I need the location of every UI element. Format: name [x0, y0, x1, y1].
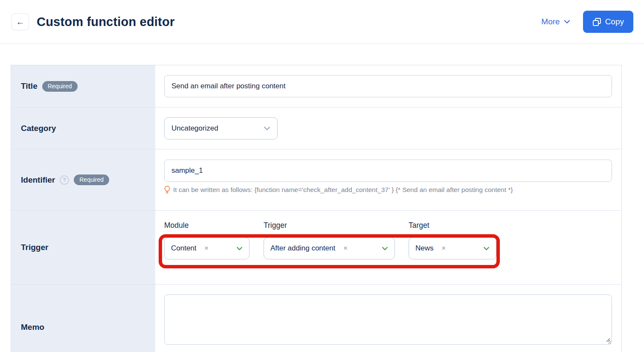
- copy-icon: [592, 17, 601, 26]
- help-question-icon[interactable]: ?: [60, 175, 69, 185]
- trigger-column: Trigger After adding content ×: [264, 221, 395, 259]
- memo-label: Memo: [21, 323, 44, 332]
- remove-tag-icon[interactable]: ×: [205, 245, 209, 252]
- module-selected-value: Content: [171, 244, 197, 253]
- chevron-down-icon: [264, 126, 270, 131]
- target-column: Target News ×: [409, 221, 496, 259]
- lightbulb-icon: [164, 186, 170, 194]
- title-input[interactable]: [164, 75, 612, 97]
- more-menu-button[interactable]: More: [541, 17, 570, 26]
- required-badge: Required: [74, 175, 109, 185]
- module-column: Module Content ×: [164, 221, 249, 259]
- page-title: Custom function editor: [37, 15, 174, 29]
- trigger-column-label: Trigger: [264, 221, 395, 230]
- category-row: Category Uncategorized: [11, 108, 621, 149]
- back-button[interactable]: ←: [12, 13, 29, 30]
- identifier-field-cell: It can be written as follows: {function …: [155, 149, 621, 210]
- identifier-row: Identifier ? Required It can be written …: [11, 149, 621, 211]
- category-select[interactable]: Uncategorized: [164, 117, 278, 140]
- title-label-cell: Title Required: [11, 65, 155, 107]
- target-column-label: Target: [409, 221, 496, 230]
- title-label: Title: [21, 81, 38, 91]
- memo-field-cell: [155, 285, 621, 352]
- more-label: More: [541, 17, 560, 26]
- chevron-down-icon: [382, 247, 388, 250]
- identifier-hint-text: It can be written as follows: {function …: [173, 186, 513, 194]
- category-label-cell: Category: [11, 108, 155, 149]
- chevron-down-icon: [236, 247, 243, 250]
- header-actions: More Copy: [541, 11, 633, 33]
- trigger-field-cell: Module Content × Trigger After adding co…: [155, 211, 621, 284]
- module-column-label: Module: [164, 221, 249, 230]
- target-selected-value: News: [415, 244, 434, 253]
- target-select[interactable]: News ×: [409, 237, 496, 259]
- trigger-select[interactable]: After adding content ×: [264, 237, 395, 259]
- memo-textarea[interactable]: [164, 294, 612, 345]
- trigger-selected-value: After adding content: [270, 244, 335, 253]
- required-badge: Required: [42, 81, 78, 92]
- remove-tag-icon[interactable]: ×: [343, 245, 347, 252]
- chevron-down-icon: [564, 20, 570, 24]
- trigger-columns: Module Content × Trigger After adding co…: [164, 221, 612, 259]
- category-field-cell: Uncategorized: [155, 108, 621, 149]
- back-arrow-icon: ←: [16, 17, 25, 27]
- copy-button[interactable]: Copy: [583, 11, 633, 33]
- trigger-row: Trigger Module Content × Trigger: [11, 211, 621, 285]
- module-select[interactable]: Content ×: [164, 237, 249, 259]
- category-label: Category: [21, 124, 56, 133]
- identifier-input[interactable]: [164, 160, 612, 182]
- copy-label: Copy: [605, 17, 624, 26]
- trigger-label-cell: Trigger: [11, 211, 155, 284]
- identifier-hint: It can be written as follows: {function …: [164, 186, 612, 194]
- memo-row: Memo: [11, 285, 621, 352]
- category-selected-value: Uncategorized: [171, 124, 218, 133]
- header: ← Custom function editor More Copy: [0, 0, 644, 44]
- remove-tag-icon[interactable]: ×: [442, 245, 446, 252]
- title-field-cell: [155, 65, 621, 107]
- identifier-label-cell: Identifier ? Required: [11, 149, 155, 210]
- title-row: Title Required: [11, 65, 621, 108]
- memo-label-cell: Memo: [11, 285, 155, 352]
- trigger-label: Trigger: [21, 243, 48, 252]
- identifier-label: Identifier: [21, 175, 55, 185]
- custom-function-form: Title Required Category Uncategorized Id…: [11, 65, 622, 352]
- chevron-down-icon: [483, 247, 490, 250]
